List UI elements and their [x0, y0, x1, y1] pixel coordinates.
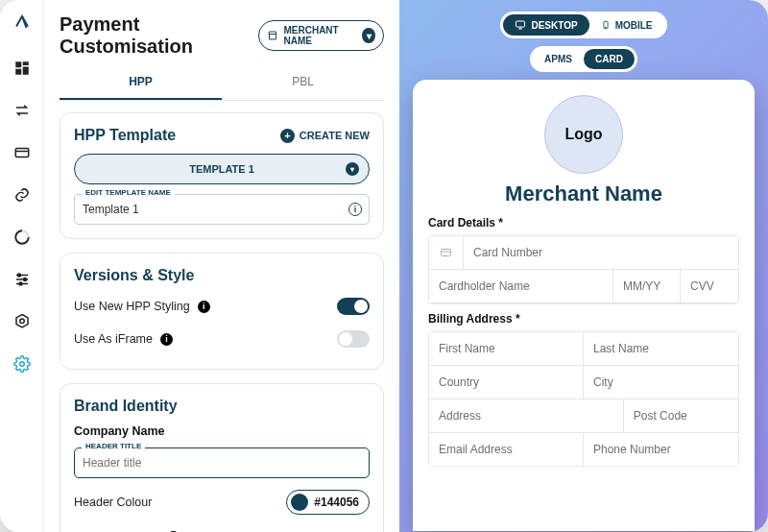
create-new-button[interactable]: + CREATE NEW	[280, 129, 370, 143]
info-icon[interactable]: i	[160, 333, 173, 346]
sliders-icon[interactable]	[13, 271, 31, 288]
cardholder-input[interactable]: Cardholder Name	[429, 270, 613, 303]
sidebar-nav	[0, 0, 44, 532]
desktop-icon	[515, 19, 526, 31]
info-icon[interactable]: i	[348, 203, 362, 216]
preview-panel: DESKTOP MOBILE APMS CARD Logo Merchant N…	[399, 0, 768, 532]
svg-rect-3	[15, 69, 21, 75]
template-card: HPP Template + CREATE NEW TEMPLATE 1 ▾ E…	[60, 112, 384, 239]
first-name-input[interactable]: First Name	[429, 332, 584, 366]
svg-rect-4	[15, 149, 29, 157]
postcode-input[interactable]: Post Code	[624, 399, 738, 433]
versions-card-title: Versions & Style	[74, 267, 370, 284]
info-icon[interactable]: i	[198, 301, 210, 313]
svg-rect-13	[442, 250, 451, 256]
svg-point-12	[605, 27, 606, 28]
mobile-option[interactable]: MOBILE	[589, 14, 664, 36]
svg-rect-2	[22, 67, 28, 75]
template-select[interactable]: TEMPLATE 1 ▾	[74, 154, 370, 184]
device-segment: DESKTOP MOBILE	[500, 12, 666, 38]
brand-card: Brand Identity Company Name HEADER TITLE…	[60, 383, 384, 532]
svg-point-9	[19, 362, 24, 367]
country-input[interactable]: Country	[429, 366, 584, 399]
svg-point-8	[19, 319, 24, 324]
desktop-option[interactable]: DESKTOP	[503, 14, 588, 36]
header-title-field-label: HEADER TITLE	[82, 442, 145, 450]
last-name-input[interactable]: Last Name	[584, 332, 738, 366]
hex-settings-icon[interactable]	[13, 313, 31, 330]
merchant-selector[interactable]: MERCHANT NAME ▾	[258, 20, 384, 51]
cvv-input[interactable]: CVV	[681, 270, 738, 303]
svg-rect-0	[15, 61, 21, 67]
header-title-input[interactable]	[74, 447, 370, 478]
iframe-toggle[interactable]	[337, 330, 370, 348]
card-details-title: Card Details *	[428, 216, 739, 230]
address-input[interactable]: Address	[429, 399, 624, 433]
chevron-down-icon: ▾	[362, 28, 375, 43]
tab-hpp[interactable]: HPP	[60, 65, 222, 100]
template-name-input[interactable]	[74, 194, 370, 225]
expiry-input[interactable]: MM/YY	[613, 270, 681, 303]
svg-point-5	[17, 274, 20, 277]
email-input[interactable]: Email Address	[429, 433, 584, 466]
link-icon[interactable]	[13, 186, 31, 204]
app-logo	[13, 13, 31, 35]
versions-card: Versions & Style Use New HPP Stylingi Us…	[60, 253, 384, 370]
colour-swatch	[291, 494, 308, 511]
template-card-title: HPP Template	[74, 127, 176, 144]
new-styling-toggle[interactable]	[337, 298, 370, 315]
merchant-label: MERCHANT NAME	[283, 25, 356, 46]
company-name-label: Company Name	[74, 424, 370, 438]
card-number-icon	[429, 236, 464, 270]
plus-icon: +	[280, 129, 295, 143]
apms-option[interactable]: APMS	[533, 49, 584, 69]
payment-method-segment: APMS CARD	[530, 46, 637, 72]
card-number-input[interactable]: Card Number	[464, 236, 738, 270]
svg-rect-1	[22, 61, 28, 65]
svg-rect-10	[516, 21, 525, 27]
card-option[interactable]: CARD	[584, 49, 635, 69]
svg-point-6	[23, 278, 26, 281]
progress-icon[interactable]	[13, 229, 31, 246]
tab-pbl[interactable]: PBL	[222, 65, 384, 100]
phone-input[interactable]: Phone Number	[584, 433, 738, 466]
card-icon[interactable]	[13, 144, 31, 161]
chevron-down-icon: ▾	[346, 162, 359, 176]
new-styling-label: Use New HPP Styling	[74, 300, 190, 313]
mobile-icon	[601, 19, 611, 31]
header-colour-picker[interactable]: #144056	[286, 490, 370, 515]
merchant-logo-placeholder: Logo	[544, 95, 623, 174]
merchant-name-heading: Merchant Name	[428, 181, 739, 206]
page-title: Payment Customisation	[60, 13, 249, 58]
edit-name-label: EDIT TEMPLATE NAME	[82, 188, 175, 197]
checkout-preview: Logo Merchant Name Card Details * Card N…	[413, 80, 755, 531]
header-colour-label: Header Colour	[74, 496, 152, 509]
gear-icon[interactable]	[13, 355, 31, 373]
store-icon	[267, 29, 278, 42]
billing-title: Billing Address *	[428, 312, 739, 326]
city-input[interactable]: City	[584, 366, 738, 399]
transfers-icon[interactable]	[13, 102, 31, 119]
svg-point-7	[19, 282, 22, 285]
iframe-label: Use As iFrame	[74, 332, 153, 346]
dashboard-icon[interactable]	[13, 60, 31, 77]
brand-card-title: Brand Identity	[74, 398, 370, 415]
